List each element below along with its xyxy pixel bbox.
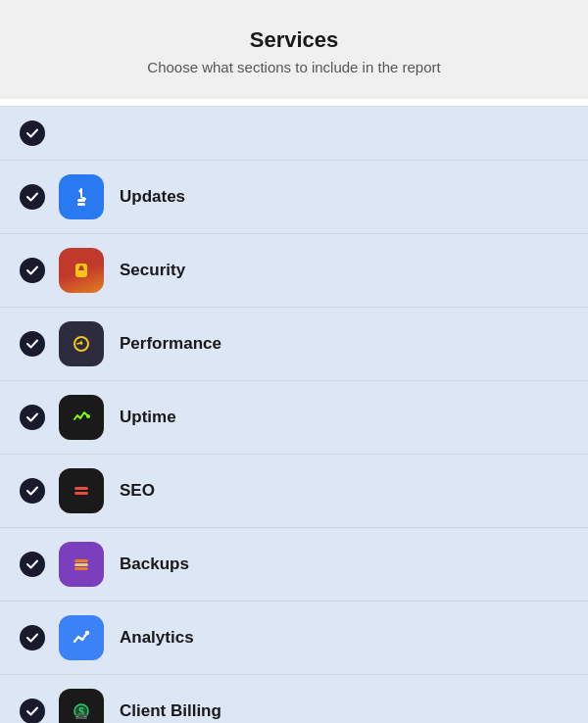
- checkbox-backups[interactable]: [20, 552, 45, 577]
- list-item-performance[interactable]: Performance: [0, 308, 588, 381]
- label-security: Security: [120, 261, 185, 280]
- icon-analytics: [59, 615, 104, 660]
- list-item-billing[interactable]: $ Client Billing: [0, 675, 588, 723]
- label-analytics: Analytics: [120, 628, 194, 648]
- checkbox-security[interactable]: [20, 258, 45, 283]
- checkbox-seo[interactable]: [20, 478, 45, 504]
- svg-rect-11: [74, 567, 88, 570]
- svg-point-12: [85, 631, 89, 635]
- list-item-seo[interactable]: SEO: [0, 455, 588, 528]
- svg-rect-17: [75, 717, 87, 719]
- services-list: Updates Security: [0, 107, 588, 723]
- page-title: Services: [20, 27, 568, 53]
- list-item-security[interactable]: Security: [0, 234, 588, 308]
- icon-security: [59, 248, 104, 293]
- label-billing: Client Billing: [120, 701, 221, 721]
- icon-billing: $: [59, 689, 104, 723]
- checkbox-analytics[interactable]: [20, 625, 45, 651]
- divider: [0, 99, 588, 107]
- svg-rect-16: [75, 714, 87, 716]
- icon-updates: [59, 174, 104, 219]
- label-seo: SEO: [120, 481, 155, 501]
- icon-backups: [59, 542, 104, 587]
- label-uptime: Uptime: [120, 408, 176, 427]
- list-item-updates[interactable]: Updates: [0, 161, 588, 234]
- svg-rect-8: [74, 492, 88, 495]
- svg-rect-0: [77, 199, 85, 202]
- icon-performance: [59, 321, 104, 366]
- svg-rect-10: [74, 563, 88, 566]
- svg-rect-7: [74, 487, 88, 490]
- list-item-backups[interactable]: Backups: [0, 528, 588, 602]
- list-item-analytics[interactable]: Analytics: [0, 602, 588, 675]
- checkbox-updates[interactable]: [20, 184, 45, 210]
- svg-point-4: [79, 265, 83, 269]
- icon-uptime: [59, 395, 104, 440]
- page-subtitle: Choose what sections to include in the r…: [20, 59, 568, 75]
- svg-rect-1: [77, 203, 85, 206]
- svg-point-6: [86, 414, 90, 418]
- label-backups: Backups: [120, 554, 189, 574]
- svg-rect-9: [74, 559, 88, 562]
- list-item-uptime[interactable]: Uptime: [0, 381, 588, 455]
- checkbox-all[interactable]: [20, 120, 45, 146]
- label-updates: Updates: [120, 187, 185, 207]
- checkbox-billing[interactable]: [20, 699, 45, 723]
- header-section: Services Choose what sections to include…: [0, 0, 588, 99]
- icon-seo: [59, 468, 104, 513]
- checkbox-performance[interactable]: [20, 331, 45, 357]
- list-item-all[interactable]: [0, 107, 588, 161]
- label-performance: Performance: [120, 334, 221, 354]
- checkbox-uptime[interactable]: [20, 405, 45, 430]
